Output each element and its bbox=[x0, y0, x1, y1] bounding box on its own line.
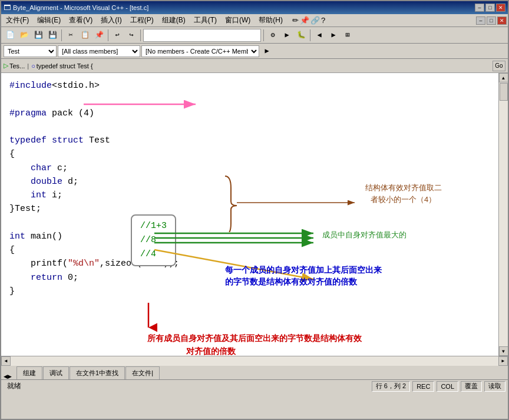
menu-build[interactable]: 组建(B) bbox=[158, 14, 189, 27]
titlebar-left: 🗖 Byte_Alignment - Microsoft Visual C++ … bbox=[4, 4, 148, 12]
copy-button[interactable]: 📋 bbox=[78, 29, 91, 42]
tab-find-in-files1[interactable]: 在文件1中查找 bbox=[70, 366, 125, 379]
save-button[interactable]: 💾 bbox=[32, 29, 45, 42]
code-line-2 bbox=[9, 92, 490, 106]
build-button[interactable]: ⚙ bbox=[266, 29, 279, 42]
members-dropdown[interactable]: [All class members] bbox=[58, 45, 140, 57]
scrollbar-horizontal[interactable]: ◀ ▶ bbox=[1, 356, 508, 365]
code-line-1: #include<stdio.h> bbox=[9, 79, 490, 92]
inner-minimize-button[interactable]: – bbox=[476, 16, 485, 25]
nav-typedef-label: typedef struct Test { bbox=[37, 62, 93, 70]
menu-insert[interactable]: 插入(I) bbox=[97, 14, 125, 27]
status-position: 行 6，列 2 bbox=[372, 381, 410, 392]
toolbar-icon-link: 🔗 bbox=[310, 16, 320, 25]
navbar: ▷ Tes... | ○ typedef struct Test { Go bbox=[1, 59, 508, 73]
redo-button[interactable]: ↪ bbox=[125, 29, 138, 42]
create-member-dropdown[interactable]: [No members - Create C/C++ Memb... bbox=[141, 45, 259, 57]
scroll-up-button[interactable]: ▲ bbox=[499, 73, 508, 82]
undo-button[interactable]: ↩ bbox=[111, 29, 124, 42]
titlebar: 🗖 Byte_Alignment - Microsoft Visual C++ … bbox=[1, 1, 508, 14]
toolbar-separator4 bbox=[263, 29, 264, 41]
menu-tools[interactable]: 工具(T) bbox=[190, 14, 220, 27]
code-line-12: int main() bbox=[9, 230, 490, 243]
save-all-button[interactable]: 💾 bbox=[46, 29, 59, 42]
cut-button[interactable]: ✂ bbox=[64, 29, 77, 42]
more-button[interactable]: ⊞ bbox=[341, 29, 354, 42]
status-col: COL bbox=[437, 381, 458, 392]
close-button[interactable]: ✕ bbox=[496, 4, 505, 12]
tab-debug[interactable]: 调试 bbox=[43, 366, 69, 379]
search-input[interactable] bbox=[143, 29, 261, 42]
toolbar2: Test [All class members] [No members - C… bbox=[1, 44, 508, 59]
menu-project[interactable]: 工程(P) bbox=[127, 14, 157, 27]
code-line-9: int i; bbox=[9, 188, 490, 202]
menubar: 文件(F) 编辑(E) 查看(V) 插入(I) 工程(P) 组建(B) 工具(T… bbox=[1, 14, 508, 27]
scroll-track-h[interactable] bbox=[11, 356, 498, 366]
scroll-left-button[interactable]: ◀ bbox=[1, 356, 11, 366]
code-line-16: } bbox=[9, 285, 490, 298]
toolbar-separator bbox=[61, 29, 62, 41]
scroll-thumb[interactable] bbox=[500, 83, 508, 101]
maximize-button[interactable]: □ bbox=[485, 4, 495, 12]
toolbar-separator3 bbox=[140, 29, 141, 41]
run-button[interactable]: ▶ bbox=[280, 29, 293, 42]
scrollbar-vertical[interactable]: ▲ ▼ bbox=[498, 73, 508, 356]
toolbar-separator2 bbox=[108, 29, 108, 41]
open-file-button[interactable]: 📂 bbox=[18, 29, 31, 42]
nav-item-typedef: ○ typedef struct Test { bbox=[31, 62, 92, 70]
scroll-track[interactable] bbox=[499, 82, 508, 346]
statusbar: 就绪 行 6，列 2 REC COL 覆盖 读取 bbox=[1, 379, 508, 392]
toolbar-icon-pin: 📌 bbox=[300, 16, 309, 25]
scroll-right-button[interactable]: ▶ bbox=[498, 356, 508, 366]
code-line-15: return 0; bbox=[9, 271, 490, 285]
scroll-down-button[interactable]: ▼ bbox=[499, 346, 508, 356]
title-text: Byte_Alignment - Microsoft Visual C++ - … bbox=[13, 4, 148, 11]
bottom-tabs: ◀ ▶ 组建 调试 在文件1中查找 在文件| bbox=[1, 365, 508, 379]
dropdown-go-button[interactable]: ▶ bbox=[260, 45, 273, 58]
red-down-arrow-svg bbox=[140, 303, 157, 332]
inner-restore-button[interactable]: □ bbox=[487, 16, 496, 25]
status-rec: REC bbox=[412, 381, 434, 392]
paste-button[interactable]: 📌 bbox=[92, 29, 105, 42]
toolbar-separator5 bbox=[310, 29, 310, 41]
code-line-11 bbox=[9, 216, 490, 230]
menu-file[interactable]: 文件(F) bbox=[2, 14, 32, 27]
code-editor[interactable]: #include<stdio.h> #pragma pack (4) typed… bbox=[1, 73, 498, 356]
menu-edit[interactable]: 编辑(E) bbox=[34, 14, 64, 27]
debug-button[interactable]: 🐛 bbox=[295, 29, 308, 42]
code-line-13: { bbox=[9, 243, 490, 257]
code-line-4 bbox=[9, 120, 490, 134]
code-line-14: printf("%d\n",sizeof(Test)); bbox=[9, 257, 490, 270]
main-area: #include<stdio.h> #pragma pack (4) typed… bbox=[1, 73, 508, 356]
ann-all-members: 所有成员自身对齐值及其后面空出来的字节数是结构体有效 对齐值的倍数 bbox=[147, 332, 371, 356]
status-read: 读取 bbox=[484, 381, 505, 392]
tab-nav-left: ◀ ▶ bbox=[4, 373, 12, 379]
nav-go-button[interactable]: Go bbox=[493, 61, 505, 71]
toolbar-icon-question: ? bbox=[321, 16, 325, 25]
inner-close-button[interactable]: ✕ bbox=[497, 16, 507, 25]
status-overlay: 覆盖 bbox=[461, 381, 482, 392]
menu-window[interactable]: 窗口(W) bbox=[222, 14, 254, 27]
code-line-6: { bbox=[9, 147, 490, 161]
toolbar1: 📄 📂 💾 💾 ✂ 📋 📌 ↩ ↪ ⚙ ▶ 🐛 ◀ ▶ ⊞ bbox=[1, 27, 508, 44]
code-line-10: }Test; bbox=[9, 202, 490, 216]
nav-item-tes: ▷ Tes... bbox=[4, 62, 25, 70]
code-line-5: typedef struct Test bbox=[9, 134, 490, 147]
status-ready: 就绪 bbox=[4, 381, 369, 392]
code-line-8: double d; bbox=[9, 175, 490, 188]
menu-help[interactable]: 帮助(H) bbox=[255, 14, 286, 27]
back-button[interactable]: ◀ bbox=[313, 29, 326, 42]
titlebar-controls: – □ ✕ bbox=[475, 4, 505, 12]
tab-scroll-left[interactable]: ◀ bbox=[4, 373, 8, 379]
code-line-3: #pragma pack (4) bbox=[9, 107, 490, 120]
toolbar-icon-pen: ✏ bbox=[292, 16, 299, 25]
new-file-button[interactable]: 📄 bbox=[4, 29, 16, 42]
forward-button[interactable]: ▶ bbox=[327, 29, 340, 42]
tab-scroll-right[interactable]: ▶ bbox=[8, 373, 12, 379]
menu-view[interactable]: 查看(V) bbox=[65, 14, 96, 27]
code-line-7: char c; bbox=[9, 161, 490, 175]
tab-find-in-files2[interactable]: 在文件| bbox=[125, 366, 160, 379]
class-dropdown[interactable]: Test bbox=[4, 45, 57, 57]
tab-build[interactable]: 组建 bbox=[16, 366, 42, 379]
minimize-button[interactable]: – bbox=[475, 4, 484, 12]
